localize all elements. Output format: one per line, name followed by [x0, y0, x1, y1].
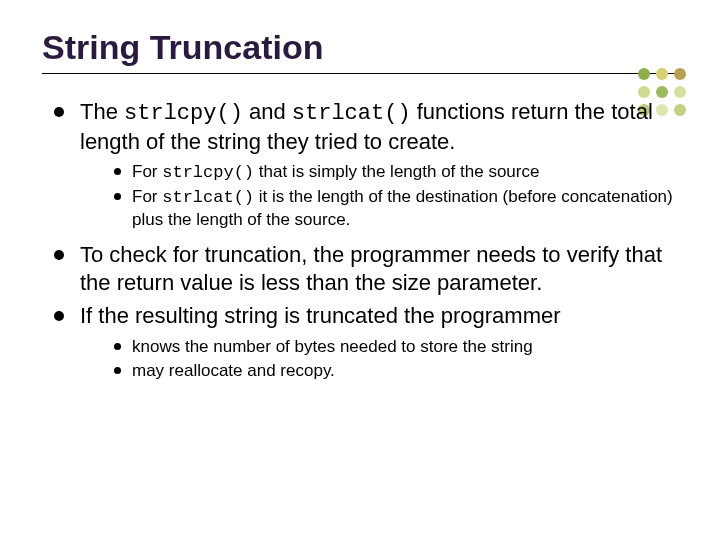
- sub-bullet-item: For strlcpy() that is simply the length …: [114, 161, 678, 184]
- code-text: strlcpy(): [162, 163, 254, 182]
- dot-icon: [674, 68, 686, 80]
- sub-bullet-item: knows the number of bytes needed to stor…: [114, 336, 678, 358]
- text: that is simply the length of the source: [254, 162, 539, 181]
- slide-title: String Truncation: [42, 28, 678, 67]
- code-text: strlcat(): [292, 101, 411, 126]
- dot-icon: [638, 86, 650, 98]
- bullet-list: The strlcpy() and strlcat() functions re…: [42, 98, 678, 382]
- text: may reallocate and recopy.: [132, 361, 335, 380]
- text: knows the number of bytes needed to stor…: [132, 337, 533, 356]
- code-text: strlcpy(): [124, 101, 243, 126]
- dot-icon: [656, 86, 668, 98]
- bullet-item: To check for truncation, the programmer …: [54, 241, 678, 296]
- bullet-item: If the resulting string is truncated the…: [54, 302, 678, 382]
- text: For: [132, 162, 162, 181]
- dot-icon: [656, 68, 668, 80]
- text: The: [80, 99, 124, 124]
- sub-bullet-list: For strlcpy() that is simply the length …: [80, 161, 678, 231]
- bullet-item: The strlcpy() and strlcat() functions re…: [54, 98, 678, 231]
- title-underline: [42, 73, 682, 74]
- sub-bullet-list: knows the number of bytes needed to stor…: [80, 336, 678, 382]
- text: For: [132, 187, 162, 206]
- sub-bullet-item: may reallocate and recopy.: [114, 360, 678, 382]
- dot-icon: [674, 86, 686, 98]
- text: To check for truncation, the programmer …: [80, 242, 662, 295]
- code-text: strlcat(): [162, 188, 254, 207]
- sub-bullet-item: For strlcat() it is the length of the de…: [114, 186, 678, 231]
- text: If the resulting string is truncated the…: [80, 303, 561, 328]
- text: and: [243, 99, 292, 124]
- slide: String Truncation The strlcpy() and strl…: [0, 0, 720, 540]
- dot-icon: [638, 68, 650, 80]
